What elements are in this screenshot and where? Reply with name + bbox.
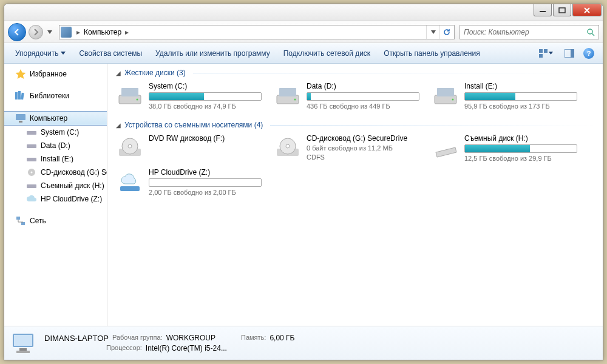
svg-rect-39 — [19, 348, 27, 351]
drive-free-space: 38,0 ГБ свободно из 74,9 ГБ — [149, 103, 262, 110]
drive-item[interactable]: Data (D:) 436 ГБ свободно из 449 ГБ — [274, 82, 419, 110]
sidebar-item-label: Install (E:) — [41, 155, 73, 163]
navigation-pane: Избранное Библиотеки Компьютер System (C… — [4, 64, 107, 326]
drive-item[interactable]: DVD RW дисковод (F:) — [116, 134, 262, 162]
drive-item[interactable]: CD-дисковод (G:) SecureDrive 0 байт своб… — [274, 134, 419, 162]
drive-free-space: 436 ГБ свободно из 449 ГБ — [307, 103, 419, 110]
view-mode-button[interactable] — [532, 46, 559, 61]
drive-icon — [26, 141, 37, 150]
sidebar-item-label: Сеть — [30, 217, 46, 225]
computer-large-icon — [10, 331, 37, 356]
svg-rect-18 — [27, 184, 36, 188]
svg-rect-10 — [21, 93, 24, 99]
drive-name: Съемный диск (H:) — [464, 134, 577, 143]
svg-rect-36 — [120, 186, 140, 191]
drive-item[interactable]: System (C:) 38,0 ГБ свободно из 74,9 ГБ — [116, 82, 262, 110]
organize-label: Упорядочить — [15, 49, 58, 58]
search-input[interactable] — [464, 28, 586, 36]
drive-icon — [26, 181, 37, 190]
control-panel-button[interactable]: Открыть панель управления — [378, 47, 486, 60]
cpu-label: Процессор: — [106, 344, 142, 352]
svg-rect-4 — [544, 49, 548, 53]
preview-pane-button[interactable] — [560, 46, 578, 61]
cpu-value: Intel(R) Core(TM) i5-24... — [146, 344, 227, 352]
capacity-bar — [149, 92, 262, 101]
svg-point-26 — [294, 99, 296, 101]
system-properties-button[interactable]: Свойства системы — [73, 47, 148, 60]
drive-free-space: 95,9 ГБ свободно из 173 ГБ — [464, 103, 577, 110]
forward-button[interactable] — [29, 25, 43, 39]
details-pane: DIMANS-LAPTOP Рабочая группа: WORKGROUP … — [4, 326, 603, 360]
back-button[interactable] — [8, 23, 26, 41]
svg-rect-20 — [21, 222, 25, 225]
drive-item[interactable]: HP CloudDrive (Z:) 2,00 ГБ свободно из 2… — [116, 168, 262, 196]
sidebar-libraries[interactable]: Библиотеки — [4, 89, 107, 103]
navigation-bar: ▸ Компьютер ▸ — [4, 21, 603, 43]
svg-point-29 — [452, 99, 454, 101]
drive-icon — [116, 82, 144, 109]
drive-icon — [432, 82, 459, 109]
close-button[interactable] — [572, 4, 602, 16]
star-icon — [15, 69, 26, 79]
drive-item[interactable]: Съемный диск (H:) 12,5 ГБ свободно из 29… — [432, 134, 577, 162]
sidebar-drive-h[interactable]: Съемный диск (H:) — [4, 179, 107, 192]
breadcrumb-separator-icon[interactable]: ▸ — [123, 28, 131, 36]
sidebar-item-label: System (C:) — [41, 128, 79, 136]
refresh-button[interactable] — [439, 25, 453, 39]
map-network-drive-button[interactable]: Подключить сетевой диск — [277, 47, 376, 60]
search-icon — [586, 28, 595, 36]
sidebar-drive-z[interactable]: HP CloudDrive (Z:) — [4, 192, 107, 206]
sidebar-item-label: Съемный диск (H:) — [41, 181, 104, 190]
address-dropdown[interactable] — [426, 25, 439, 39]
drive-icon — [274, 134, 302, 161]
sidebar-drive-e[interactable]: Install (E:) — [4, 152, 107, 166]
sidebar-drive-c[interactable]: System (C:) — [4, 126, 107, 139]
computer-icon — [15, 113, 26, 123]
minimize-button[interactable] — [534, 4, 552, 16]
uninstall-program-button[interactable]: Удалить или изменить программу — [149, 47, 276, 60]
sidebar-computer[interactable]: Компьютер — [4, 111, 107, 126]
section-removable[interactable]: ◢ Устройства со съемными носителями (4) — [116, 121, 594, 129]
section-hard-drives[interactable]: ◢ Жесткие диски (3) — [116, 69, 594, 77]
help-button[interactable]: ? — [580, 46, 598, 61]
sidebar-drive-g[interactable]: CD-дисковод (G:) Se — [4, 166, 107, 179]
svg-rect-12 — [19, 121, 22, 123]
svg-rect-15 — [27, 158, 36, 161]
drive-item[interactable]: Install (E:) 95,9 ГБ свободно из 173 ГБ — [432, 82, 577, 110]
drive-filesystem: CDFS — [307, 153, 419, 161]
breadcrumb-location[interactable]: Компьютер — [83, 28, 123, 36]
svg-rect-28 — [437, 88, 454, 96]
organize-menu[interactable]: Упорядочить — [9, 47, 72, 60]
svg-rect-0 — [540, 11, 546, 12]
sidebar-drive-d[interactable]: Data (D:) — [4, 139, 107, 152]
svg-rect-8 — [15, 92, 18, 99]
drive-name: CD-дисковод (G:) SecureDrive — [307, 134, 419, 143]
maximize-button[interactable] — [553, 4, 571, 16]
search-box[interactable] — [459, 25, 599, 39]
sidebar-favorites[interactable]: Избранное — [4, 67, 107, 81]
svg-point-23 — [137, 99, 138, 101]
workgroup-value: WORKGROUP — [166, 334, 215, 343]
workgroup-label: Рабочая группа: — [112, 334, 163, 343]
capacity-bar — [464, 92, 577, 101]
svg-rect-19 — [16, 217, 20, 220]
drive-name: Data (D:) — [307, 82, 419, 90]
sidebar-network[interactable]: Сеть — [4, 214, 107, 228]
disc-icon — [26, 167, 37, 177]
svg-rect-40 — [16, 351, 30, 353]
explorer-window: ▸ Компьютер ▸ Упорядочить Свойства систе… — [4, 4, 603, 360]
computer-icon — [61, 27, 72, 38]
history-dropdown[interactable] — [46, 25, 54, 39]
cloud-icon — [26, 194, 37, 204]
svg-point-2 — [588, 29, 592, 34]
svg-rect-7 — [571, 49, 574, 58]
memory-value: 6,00 ГБ — [270, 334, 294, 343]
svg-rect-14 — [27, 144, 36, 148]
content-area: ◢ Жесткие диски (3) System (C:) 38,0 ГБ … — [107, 64, 603, 326]
breadcrumb-separator-icon[interactable]: ▸ — [74, 28, 83, 36]
network-icon — [15, 216, 26, 226]
address-bar[interactable]: ▸ Компьютер ▸ — [59, 25, 455, 39]
drive-icon — [116, 134, 144, 161]
svg-rect-9 — [18, 91, 21, 99]
toolbar: Упорядочить Свойства системы Удалить или… — [4, 43, 603, 64]
